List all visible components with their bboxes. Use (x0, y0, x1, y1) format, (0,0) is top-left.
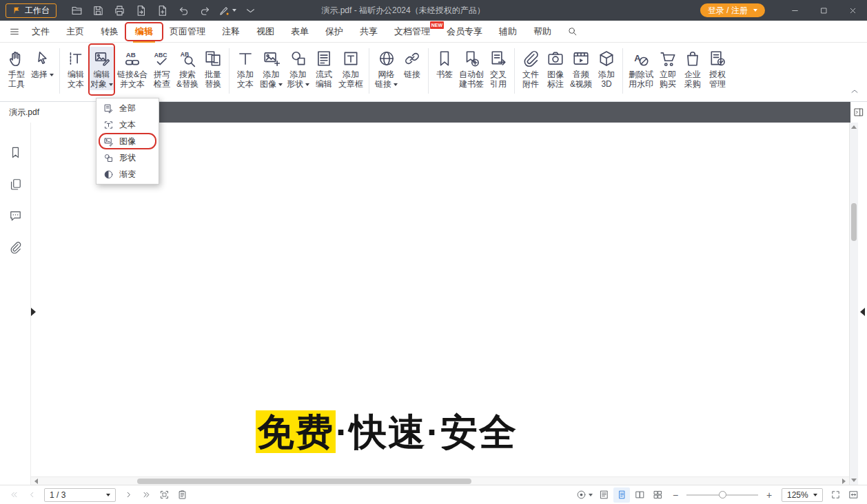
zoom-slider-handle[interactable] (719, 491, 726, 498)
prev-page-button[interactable] (23, 487, 40, 503)
hand-tool-button[interactable]: 手型工具 (4, 47, 29, 90)
create-doc-icon[interactable] (153, 2, 171, 19)
document-tab[interactable]: 演示.pdf (0, 102, 96, 123)
horizontal-scrollbar-thumb[interactable] (137, 479, 471, 484)
print-icon[interactable] (110, 2, 128, 19)
menu-item-view[interactable]: 视图 (248, 21, 283, 43)
edit-object-button[interactable]: 编辑对象 (88, 47, 115, 90)
bookmark-button[interactable]: 书签 (432, 47, 457, 81)
scroll-up-arrow-icon[interactable] (851, 125, 857, 129)
clipboard-button[interactable] (174, 487, 190, 503)
single-page-button[interactable] (613, 487, 630, 503)
right-panel-toggle-icon[interactable] (850, 102, 867, 123)
ribbon-button-label: 编辑文本 (68, 70, 84, 89)
pages-panel-button[interactable] (6, 175, 24, 193)
minimize-button[interactable] (780, 0, 809, 21)
cross-reference-button[interactable]: 交叉引用 (486, 47, 511, 90)
enterprise-purchase-button[interactable]: 企业采购 (680, 47, 705, 90)
redo-icon[interactable] (196, 2, 214, 19)
license-management-button[interactable]: 授权管理 (705, 47, 730, 90)
menu-item-assist[interactable]: 辅助 (491, 21, 525, 43)
workspace-button[interactable]: 工作台 (6, 3, 57, 18)
scroll-down-arrow-icon[interactable] (851, 479, 857, 482)
maximize-button[interactable] (809, 0, 838, 21)
undo-icon[interactable] (174, 2, 192, 19)
scroll-right-arrow-icon[interactable] (842, 479, 846, 484)
facing-pages-button[interactable] (631, 487, 648, 503)
menu-item-convert[interactable]: 转换 (92, 21, 127, 43)
menu-item-help[interactable]: 帮助 (525, 21, 560, 43)
spell-check-button[interactable]: ABC拼写检查 (150, 47, 174, 90)
edit-object-all-item[interactable]: 全部 (96, 100, 159, 116)
attachments-panel-button[interactable] (6, 238, 24, 256)
right-panel-expand-handle[interactable] (859, 304, 866, 320)
web-link-button[interactable]: 网络链接 (373, 47, 400, 90)
edit-text-button[interactable]: 编辑文本 (63, 47, 88, 90)
menu-item-page-management[interactable]: 页面管理 (161, 21, 214, 43)
search-icon[interactable] (562, 22, 582, 41)
menu-item-member-exclusive[interactable]: 会员专享 (438, 21, 491, 43)
zoom-out-button[interactable]: − (667, 487, 684, 503)
menu-item-share[interactable]: 共享 (351, 21, 386, 43)
save-icon[interactable] (89, 2, 107, 19)
more-tools-icon[interactable] (241, 2, 259, 19)
last-page-button[interactable] (138, 487, 154, 503)
close-button[interactable] (838, 0, 867, 21)
batch-replace-button[interactable]: 批量替换 (201, 47, 225, 90)
quad-pages-button[interactable] (649, 487, 666, 503)
add-article-box-button[interactable]: 添加文章框 (336, 47, 365, 90)
search-replace-button[interactable]: AB搜索&替换 (174, 47, 201, 90)
hamburger-menu-icon[interactable] (6, 23, 23, 41)
auto-bookmark-button[interactable]: 自动创建书签 (457, 47, 486, 90)
export-doc-icon[interactable] (132, 2, 150, 19)
edit-object-text-item[interactable]: 文本 (96, 116, 159, 133)
audio-video-button[interactable]: 音频&视频 (568, 47, 594, 90)
read-mode-button[interactable] (575, 487, 594, 503)
add-3d-button[interactable]: 添加3D (594, 47, 619, 90)
add-shape-button[interactable]: 添加形状 (285, 47, 312, 90)
snapshot-button[interactable] (156, 487, 172, 503)
first-page-button[interactable] (6, 487, 22, 503)
menu-item-edit[interactable]: 编辑 (127, 21, 161, 43)
zoom-slider[interactable] (686, 487, 758, 503)
edit-object-shape-item[interactable]: 形状 (96, 149, 159, 166)
edit-object-image-item[interactable]: 图像 (96, 133, 159, 149)
fit-width-button[interactable] (845, 487, 861, 503)
menu-item-file[interactable]: 文件 (23, 21, 58, 43)
dropdown-option-label: 图像 (119, 136, 136, 147)
image-annotation-button[interactable]: 图像标注 (543, 47, 568, 90)
fullscreen-button[interactable] (827, 487, 844, 503)
menu-item-home[interactable]: 主页 (58, 21, 92, 43)
add-text-button[interactable]: 添加文本 (233, 47, 258, 90)
link-merge-text-button[interactable]: AB链接&合并文本 (115, 47, 150, 90)
next-page-button[interactable] (120, 487, 136, 503)
add-image-button[interactable]: 添加图像 (258, 47, 285, 90)
menu-item-protect[interactable]: 保护 (317, 21, 351, 43)
zoom-in-button[interactable]: + (761, 487, 777, 503)
horizontal-scrollbar[interactable] (31, 476, 849, 485)
menu-item-form[interactable]: 表单 (283, 21, 317, 43)
text-viewer-button[interactable] (595, 487, 612, 503)
flow-edit-button[interactable]: 流式编辑 (312, 47, 336, 90)
zoom-level-combo[interactable]: 125% (782, 488, 823, 502)
edit-object-gradient-item[interactable]: 渐变 (96, 166, 159, 182)
sidebar-expand-handle[interactable] (29, 304, 37, 320)
scroll-left-arrow-icon[interactable] (34, 479, 38, 484)
dropdown-option-label: 文本 (119, 119, 136, 131)
file-attachment-button[interactable]: 文件附件 (518, 47, 543, 90)
buy-now-button[interactable]: 立即购买 (655, 47, 680, 90)
remove-trial-watermark-button[interactable]: A删除试用水印 (626, 47, 655, 90)
open-file-icon[interactable] (68, 2, 85, 19)
menu-item-document-management[interactable]: 文档管理NEW (386, 21, 438, 43)
menu-item-comment[interactable]: 注释 (214, 21, 248, 43)
vertical-scrollbar[interactable] (849, 123, 858, 485)
vertical-scrollbar-thumb[interactable] (851, 203, 857, 241)
page-number-combo[interactable]: 1 / 3 (44, 488, 116, 502)
link-button[interactable]: 链接 (400, 47, 425, 81)
sign-tool-icon[interactable] (217, 2, 238, 19)
select-button[interactable]: 选择 (29, 47, 56, 81)
login-register-button[interactable]: 登录 / 注册 (700, 3, 765, 17)
collapse-ribbon-icon[interactable] (849, 86, 860, 97)
comments-panel-button[interactable] (6, 207, 24, 224)
bookmarks-panel-button[interactable] (6, 143, 24, 161)
